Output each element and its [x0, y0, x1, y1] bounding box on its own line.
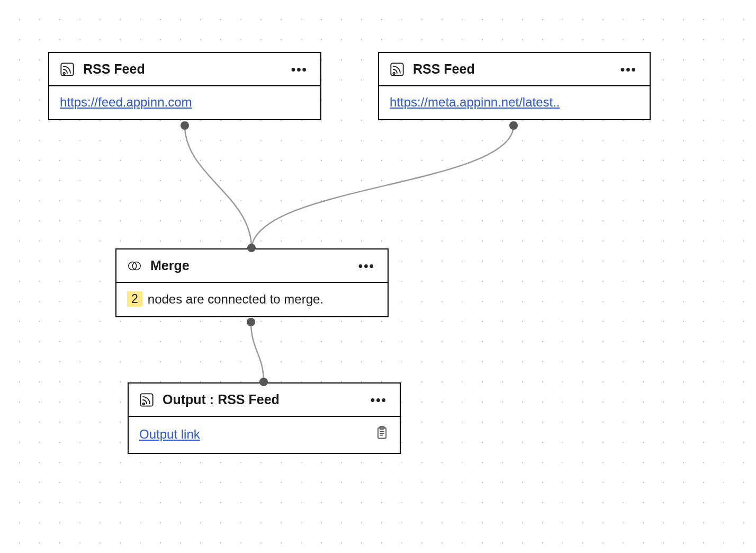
- node-merge[interactable]: Merge ••• 2 nodes are connected to merge…: [115, 248, 389, 317]
- node-header: RSS Feed •••: [49, 53, 320, 86]
- rss-icon: [60, 62, 75, 77]
- input-port[interactable]: [247, 244, 256, 252]
- output-port[interactable]: [181, 121, 189, 130]
- rss-icon: [139, 393, 154, 407]
- rss-url-link[interactable]: https://meta.appinn.net/latest..: [390, 95, 560, 110]
- diagram-canvas[interactable]: RSS Feed ••• https://feed.appinn.com RSS…: [0, 0, 756, 553]
- output-link[interactable]: Output link: [139, 427, 200, 442]
- node-header: Output : RSS Feed •••: [129, 383, 400, 417]
- node-title: Output : RSS Feed: [163, 392, 360, 407]
- clipboard-icon[interactable]: [374, 425, 389, 443]
- node-body: https://feed.appinn.com: [49, 86, 320, 119]
- node-body: https://meta.appinn.net/latest..: [379, 86, 650, 119]
- node-body: 2 nodes are connected to merge.: [116, 283, 388, 316]
- more-menu-icon[interactable]: •••: [289, 62, 310, 77]
- count-badge: 2: [127, 291, 142, 307]
- more-menu-icon[interactable]: •••: [618, 62, 639, 77]
- node-title: RSS Feed: [413, 61, 610, 77]
- output-port[interactable]: [247, 318, 255, 326]
- rss-url-link[interactable]: https://feed.appinn.com: [60, 95, 192, 110]
- node-header: RSS Feed •••: [379, 53, 650, 86]
- node-body: Output link: [129, 417, 400, 453]
- rss-icon: [390, 62, 404, 77]
- input-port[interactable]: [259, 378, 268, 386]
- node-rss-feed-1[interactable]: RSS Feed ••• https://feed.appinn.com: [48, 52, 321, 120]
- more-menu-icon[interactable]: •••: [368, 393, 389, 407]
- node-header: Merge •••: [116, 249, 388, 283]
- merge-icon: [127, 258, 142, 273]
- node-output[interactable]: Output : RSS Feed ••• Output link: [128, 382, 401, 454]
- more-menu-icon[interactable]: •••: [356, 258, 377, 273]
- node-rss-feed-2[interactable]: RSS Feed ••• https://meta.appinn.net/lat…: [378, 52, 651, 120]
- node-title: Merge: [150, 258, 348, 273]
- node-title: RSS Feed: [83, 61, 281, 77]
- merge-description: nodes are connected to merge.: [148, 292, 323, 307]
- output-port[interactable]: [509, 121, 518, 130]
